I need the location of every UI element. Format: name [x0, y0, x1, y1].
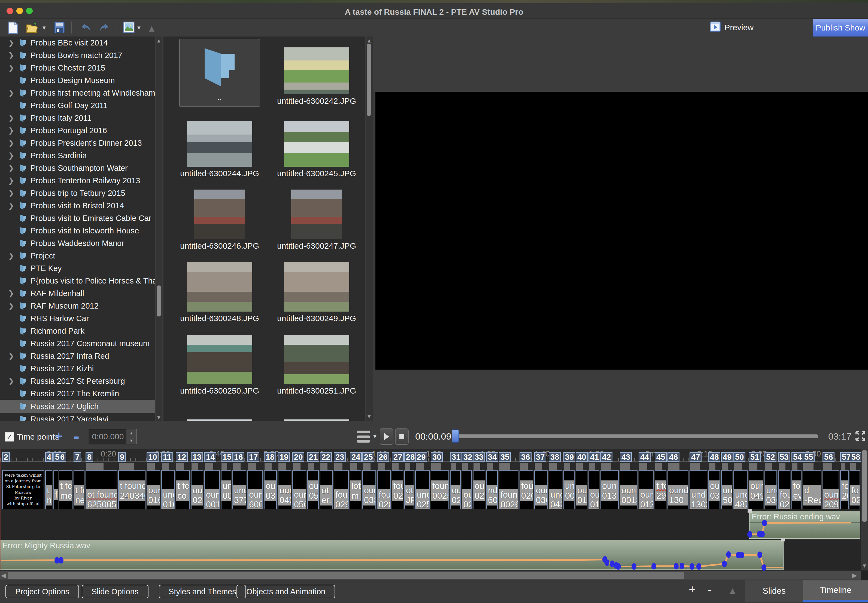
scroll-right-icon[interactable]: ▶ — [852, 572, 857, 579]
tab-slides[interactable]: Slides — [745, 580, 803, 601]
scroll-down-icon[interactable]: ▼ — [156, 414, 162, 421]
sidebar-folder-item[interactable]: Russia 2017 Cosmonaut museum — [0, 337, 155, 350]
thumbnail-cell[interactable]: untitled-6300250.JPG — [171, 328, 268, 400]
transition-marker[interactable] — [765, 463, 772, 470]
timeline-slide[interactable]: ounc016 — [147, 470, 160, 509]
collapse-icon[interactable]: ▲ — [728, 585, 737, 596]
timeline-slide[interactable]: oter. — [320, 470, 333, 509]
timeline-slide[interactable]: fou0209 — [520, 470, 533, 509]
expand-chevron-icon[interactable]: ❯ — [7, 352, 15, 360]
slide-number-badge[interactable]: 47 — [690, 452, 701, 462]
parent-folder-item[interactable]: .. — [179, 39, 260, 107]
sidebar-folder-item[interactable]: ❯Probus Sardinia — [0, 149, 155, 162]
fullscreen-icon[interactable] — [854, 430, 866, 443]
timeline-slide[interactable]: t fone — [74, 470, 84, 509]
slide-number-badge[interactable]: 32 — [462, 452, 474, 462]
timeline-slide[interactable]: und0252 — [415, 470, 430, 509]
transition-marker[interactable] — [293, 463, 300, 470]
transition-marker[interactable] — [378, 463, 385, 470]
transition-marker[interactable] — [450, 463, 456, 470]
sidebar-folder-item[interactable]: ❯RAF Museum 2012 — [0, 300, 155, 312]
thumbnail-cell[interactable]: untitled-6300242.JPG — [268, 38, 365, 111]
slide-number-badge[interactable]: 10 — [147, 452, 159, 462]
transition-marker[interactable] — [639, 463, 647, 470]
tab-timeline[interactable]: Timeline — [803, 580, 868, 601]
timeline-slide[interactable]: oun013 — [600, 470, 619, 509]
timeline-slide[interactable]: fou020 — [392, 470, 403, 509]
transition-marker[interactable] — [405, 463, 410, 470]
sidebar-folder-item[interactable]: PTE Key — [0, 262, 155, 275]
slide-number-badge[interactable]: 22 — [320, 452, 332, 462]
slide-number-badge[interactable]: 48 — [709, 452, 720, 462]
transition-marker[interactable] — [792, 463, 797, 470]
preview-button[interactable]: Preview — [710, 22, 754, 34]
timeline-slide[interactable]: fou020 — [778, 470, 791, 509]
timeline-slide[interactable]: t found290137 — [654, 470, 666, 509]
expand-chevron-icon[interactable]: ❯ — [7, 377, 15, 385]
transition-marker[interactable] — [620, 463, 630, 470]
expand-chevron-icon[interactable]: ❯ — [7, 289, 15, 298]
sidebar-folder-item[interactable]: ❯Probus Tenterton Railway 2013 — [0, 174, 155, 187]
scroll-up-icon[interactable]: ▲ — [156, 37, 162, 44]
timeline-slide[interactable]: The images you areabout to seewere taken… — [2, 470, 44, 509]
slide-number-badge[interactable]: 7 — [74, 452, 81, 462]
timeline-slide[interactable]: ounc025 — [191, 470, 203, 509]
expand-chevron-icon[interactable]: ❯ — [7, 201, 15, 210]
timeline-slide[interactable]: ounc033 — [362, 470, 376, 509]
slide-number-badge[interactable]: 52 — [764, 452, 777, 462]
undo-icon[interactable] — [80, 22, 91, 35]
slide-number-badge[interactable]: 38 — [549, 452, 561, 462]
timeline-slide[interactable]: d-Recove — [803, 470, 822, 509]
slide-number-badge[interactable]: 44 — [639, 452, 651, 462]
timeline-slide[interactable]: oun057 — [307, 470, 319, 509]
timeline-slide[interactable]: und0428 — [549, 470, 562, 509]
slide-number-badge[interactable]: 36 — [520, 452, 532, 462]
expand-chevron-icon[interactable]: ❯ — [7, 176, 15, 185]
sidebar-folder-item[interactable]: ❯Project — [0, 249, 155, 262]
transition-marker[interactable] — [221, 463, 227, 470]
playhead[interactable] — [0, 449, 2, 570]
sidebar-folder-item[interactable]: Probus Waddesdon Manor — [0, 237, 155, 249]
sidebar-folder-item[interactable]: ❯Probus Chester 2015 — [0, 62, 155, 74]
thumbnail-cell[interactable]: untitled-6300245.JPG — [268, 111, 365, 183]
expand-chevron-icon[interactable]: ❯ — [7, 126, 15, 135]
expand-chevron-icon[interactable]: ❯ — [7, 64, 15, 72]
scroll-up-icon[interactable]: ▲ — [366, 37, 372, 44]
transition-marker[interactable] — [320, 463, 328, 470]
transition-marker[interactable] — [350, 463, 357, 470]
open-dropdown-caret-icon[interactable]: ▼ — [42, 25, 47, 31]
expand-chevron-icon[interactable]: ❯ — [7, 164, 15, 172]
transition-marker[interactable] — [668, 463, 679, 470]
sidebar-folder-item[interactable]: ❯Probus visit to Bristol 2014 — [0, 199, 155, 212]
slide-number-badge[interactable]: 25 — [362, 452, 374, 462]
timeline-slide[interactable]: ounc026 — [473, 470, 485, 509]
image-viewer-icon[interactable] — [123, 22, 135, 34]
slide-number-badge[interactable]: 21 — [307, 452, 319, 462]
timeline-menu-button[interactable] — [357, 431, 370, 442]
timeline-slide[interactable]: und000 — [221, 470, 231, 509]
image-dropdown-caret-icon[interactable]: ▼ — [136, 25, 142, 31]
thumbnail-cell[interactable]: untitled-6300247.JPG — [268, 183, 365, 255]
transition-marker[interactable] — [119, 463, 134, 470]
slide-number-badge[interactable]: 16 — [232, 452, 244, 462]
timeline-slide[interactable]: our012 — [588, 470, 599, 509]
time-points-checkbox[interactable]: ✓ — [5, 432, 14, 442]
transition-marker[interactable] — [308, 463, 314, 470]
transition-marker[interactable] — [334, 463, 342, 470]
sidebar-folder-item[interactable]: Probus visit to Emirates Cable Car — [0, 212, 155, 224]
sidebar-folder-item[interactable]: Russia 2017 The Kremlin — [0, 387, 155, 400]
scroll-down-icon[interactable]: ▼ — [862, 563, 868, 569]
timeline-slide[interactable]: ounc001 — [204, 470, 220, 509]
slide-number-badge[interactable]: 8 — [85, 452, 93, 462]
slide-number-badge[interactable]: 12 — [176, 452, 188, 462]
time-point-value-field[interactable]: 0:00.000 — [89, 429, 127, 444]
transition-marker[interactable] — [589, 463, 595, 470]
timeline-slide[interactable]: ound20974 — [823, 470, 839, 509]
sidebar-folder-item[interactable]: Probus Golf Day 2011 — [0, 99, 155, 112]
timeline-slide[interactable]: t found240340 c — [118, 470, 145, 509]
sidebar-folder-item[interactable]: ❯Probus Portugal 2016 — [0, 124, 155, 137]
transition-marker[interactable] — [803, 463, 814, 470]
transition-marker[interactable] — [655, 463, 662, 470]
timeline-slide[interactable]: t fcne — [45, 470, 52, 509]
timeline-slide[interactable]: und0160 — [161, 470, 175, 509]
